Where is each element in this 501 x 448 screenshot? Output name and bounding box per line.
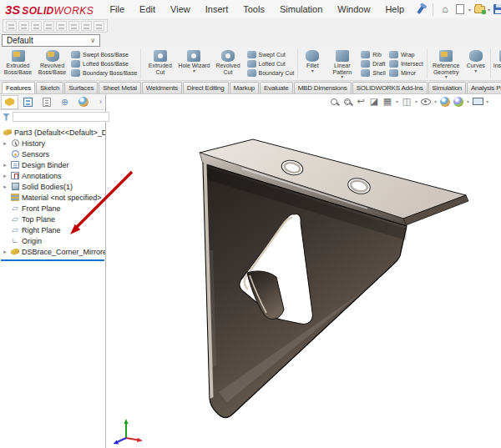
configurationmanager-icon[interactable] [38, 95, 55, 109]
new-document-icon[interactable] [453, 3, 467, 17]
view-orientation-icon[interactable]: ▦ [382, 95, 393, 108]
zoom-fit-icon[interactable] [328, 95, 340, 108]
instant3d-button[interactable]: Instant3D [493, 48, 501, 79]
caret-icon[interactable]: ▾ [396, 98, 398, 104]
expander-icon[interactable]: ▸ [2, 140, 8, 147]
extruded-boss-button[interactable]: Extruded Boss/Base [1, 48, 35, 79]
tree-item-top-plane[interactable]: ▱ Top Plane [0, 214, 105, 224]
lofted-cut-button[interactable]: Lofted Cut [247, 60, 295, 68]
expander-icon[interactable]: ▸ [2, 173, 8, 179]
menu-insert[interactable]: Insert [198, 2, 236, 17]
tree-item-right-plane[interactable]: ▱ Right Plane [0, 224, 105, 235]
hole-wizard-button[interactable]: Hole Wizard▾ [177, 48, 210, 79]
displaymanager-icon[interactable] [74, 95, 92, 109]
hide-show-items-icon[interactable] [420, 95, 432, 108]
expander-icon[interactable]: ▸ [2, 249, 8, 255]
tab-weldments[interactable]: Weldments [142, 82, 182, 93]
save-icon[interactable] [492, 3, 501, 17]
caret-icon[interactable]: ▾ [415, 98, 418, 104]
caret-icon[interactable]: ▾ [434, 98, 437, 104]
tab-evaluate[interactable]: Evaluate [260, 82, 293, 93]
format-tool-icon[interactable] [81, 21, 92, 31]
revolved-boss-button[interactable]: Revolved Boss/Base [35, 48, 69, 79]
graphics-viewport[interactable] [106, 94, 501, 448]
tab-mbd-dimensions[interactable]: MBD Dimensions [294, 82, 352, 93]
zoom-area-icon[interactable] [342, 95, 353, 108]
home-icon[interactable]: ⌂ [438, 3, 452, 17]
tree-filter-input[interactable] [13, 112, 109, 122]
format-tool-icon[interactable] [94, 21, 104, 31]
view-settings-icon[interactable] [472, 95, 483, 108]
expander-icon[interactable]: ▸ [2, 184, 8, 190]
tree-item-history[interactable]: ▸ History [0, 138, 105, 148]
menu-view[interactable]: View [163, 2, 198, 17]
new-document-caret-icon[interactable]: ▾ [468, 7, 471, 13]
tree-root-part[interactable]: Part3 (Default<<Default>_Display Sta [0, 127, 105, 138]
boundary-boss-button[interactable]: Boundary Boss/Base [71, 69, 137, 78]
tree-item-sensors[interactable]: Sensors [0, 148, 105, 159]
menu-window[interactable]: Window [330, 2, 377, 17]
tree-item-design-binder[interactable]: ▸ Design Binder [0, 159, 105, 170]
propertymanager-icon[interactable] [19, 95, 37, 109]
draft-button[interactable]: Draft [361, 60, 386, 68]
menu-simulation[interactable]: Simulation [272, 2, 330, 17]
lofted-boss-button[interactable]: Lofted Boss/Base [71, 60, 137, 68]
format-tool-icon[interactable] [6, 21, 17, 31]
shell-button[interactable]: Shell [361, 69, 386, 78]
format-tool-icon[interactable] [31, 21, 42, 31]
tab-surfaces[interactable]: Surfaces [64, 82, 98, 93]
menu-file[interactable]: File [102, 2, 132, 17]
fillet-button[interactable]: Fillet▾ [300, 48, 325, 79]
menu-tools[interactable]: Tools [235, 2, 272, 17]
extruded-cut-button[interactable]: Extruded Cut [143, 48, 177, 79]
menu-edit[interactable]: Edit [132, 2, 163, 17]
boundary-cut-button[interactable]: Boundary Cut [247, 69, 295, 78]
wrap-button[interactable]: Wrap [389, 51, 423, 59]
edit-appearance-icon[interactable] [439, 95, 451, 108]
display-style-icon[interactable]: ◫ [401, 95, 412, 108]
previous-view-icon[interactable]: ↩ [355, 95, 367, 108]
configuration-dropdown[interactable]: Default ∨ [2, 34, 100, 47]
tab-solidworks-add-ins[interactable]: SOLIDWORKS Add-Ins [352, 82, 428, 93]
format-tool-icon[interactable] [43, 21, 54, 31]
tab-sketch[interactable]: Sketch [36, 82, 63, 93]
reference-geometry-icon [439, 50, 453, 62]
tab-markup[interactable]: Markup [230, 82, 259, 93]
expander-icon[interactable]: ▸ [2, 162, 8, 169]
reference-geometry-button[interactable]: Reference Geometry▾ [429, 48, 463, 79]
apply-scene-icon[interactable] [453, 95, 464, 108]
tree-item-origin[interactable]: ∟ Origin [0, 235, 105, 246]
pin-icon[interactable] [414, 3, 428, 17]
linear-pattern-button[interactable]: Linear Pattern▾ [325, 48, 359, 79]
caret-icon[interactable]: ▾ [486, 98, 488, 104]
mirror-button[interactable]: Mirror [389, 69, 423, 78]
open-document-icon[interactable] [473, 3, 486, 17]
tab-direct-editing[interactable]: Direct Editing [183, 82, 229, 93]
open-caret-icon[interactable]: ▾ [488, 7, 490, 13]
tree-item-dsbrace-corner-mirrored[interactable]: ▸ DSBrace_Corner_Mirrored -> (Def [0, 246, 105, 257]
format-tool-icon[interactable] [18, 21, 29, 31]
panel-expand-icon[interactable]: › [99, 98, 104, 106]
intersect-button[interactable]: Intersect [389, 60, 423, 68]
featuremanager-tree-icon[interactable] [1, 95, 18, 109]
caret-icon[interactable]: ▾ [467, 98, 469, 104]
tree-item-front-plane[interactable]: ▱ Front Plane [0, 203, 105, 214]
tree-item-material[interactable]: Material <not specified> [0, 192, 105, 203]
tree-item-solid-bodies[interactable]: ▸ Solid Bodies(1) [0, 181, 105, 192]
rollback-bar[interactable] [1, 259, 104, 261]
rib-button[interactable]: Rib [361, 51, 386, 59]
format-tool-icon[interactable] [68, 21, 79, 31]
tab-analysis-preparation[interactable]: Analysis Preparation [467, 82, 501, 93]
menu-help[interactable]: Help [377, 2, 412, 17]
tab-features[interactable]: Features [2, 82, 35, 93]
revolved-cut-button[interactable]: Revolved Cut [211, 48, 245, 79]
swept-boss-button[interactable]: Swept Boss/Base [71, 51, 137, 59]
format-tool-icon[interactable] [56, 21, 67, 31]
swept-cut-button[interactable]: Swept Cut [247, 51, 295, 59]
dimxpertmanager-icon[interactable]: ⊕ [56, 95, 73, 109]
tree-item-annotations[interactable]: ▸ Annotations [0, 170, 105, 181]
tab-sheet-metal[interactable]: Sheet Metal [99, 82, 141, 93]
section-view-icon[interactable]: ◪ [368, 95, 380, 108]
curves-button[interactable]: Curves▾ [463, 48, 488, 79]
tab-simulation[interactable]: Simulation [428, 82, 466, 93]
